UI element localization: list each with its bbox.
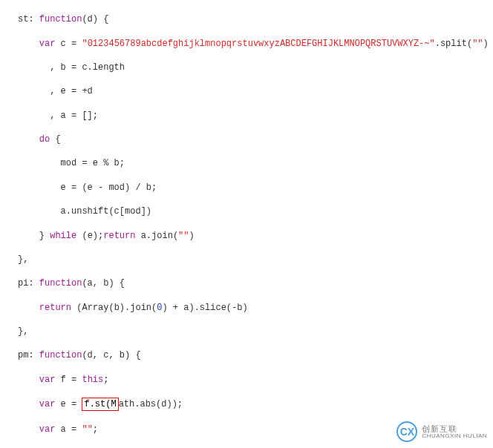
- code-line: var e = f.st(Math.abs(d));: [0, 398, 493, 411]
- code-line: },: [0, 326, 493, 337]
- code-line: var c = "0123456789abcdefghijklmnopqrstu…: [0, 38, 493, 50]
- code-line: st: function(d) {: [0, 13, 493, 25]
- code-block: st: function(d) { var c = "0123456789abc…: [0, 0, 493, 448]
- code-line: a.unshift(c[mod]): [0, 205, 493, 217]
- watermark-text: 创新互联 CHUANGXIN HULIAN: [422, 424, 487, 440]
- code-line: e = (e - mod) / b;: [0, 182, 493, 194]
- code-line: pm: function(d, c, b) {: [0, 349, 493, 361]
- watermark-logo: CX 创新互联 CHUANGXIN HULIAN: [396, 421, 487, 442]
- code-line: var f = this;: [0, 374, 493, 386]
- code-line: , a = [];: [0, 110, 493, 122]
- code-line: do {: [0, 134, 493, 145]
- code-line: return (Array(b).join(0) + a).slice(-b): [0, 302, 493, 314]
- highlight-box: f.st(M: [82, 398, 118, 411]
- code-line: },: [0, 254, 493, 266]
- code-line: pi: function(a, b) {: [0, 277, 493, 289]
- code-line: mod = e % b;: [0, 157, 493, 169]
- code-line: , e = +d: [0, 85, 493, 97]
- watermark-icon: CX: [396, 421, 417, 442]
- code-line: } while (e);return a.join(""): [0, 230, 493, 242]
- code-line: , b = c.length: [0, 62, 493, 73]
